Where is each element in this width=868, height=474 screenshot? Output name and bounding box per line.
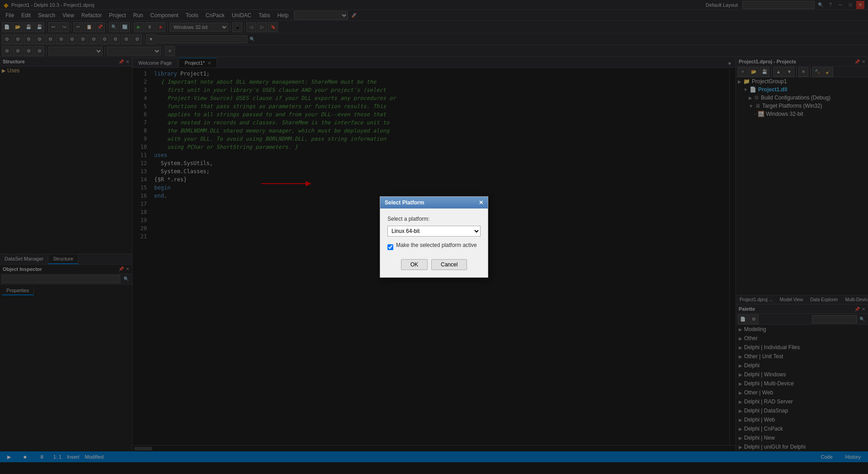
modal-overlay: Select Platform ✕ Select a platform: Win… [0,0,868,474]
modal-close-btn[interactable]: ✕ [479,199,483,206]
modal-title-bar: Select Platform ✕ [380,197,488,209]
modal-body: Select a platform: Win32 Win64 Linux 64-… [380,209,488,277]
make-active-label[interactable]: Make the selected platform active [396,242,477,248]
modal-checkbox-row: Make the selected platform active [387,242,481,252]
modal-platform-label: Select a platform: [387,216,481,222]
modal-title: Select Platform [385,199,424,206]
make-active-checkbox[interactable] [387,244,393,250]
modal-cancel-btn[interactable]: Cancel [431,259,467,270]
modal-ok-btn[interactable]: OK [401,259,428,270]
select-platform-dialog: Select Platform ✕ Select a platform: Win… [380,196,488,278]
modal-buttons: OK Cancel [387,259,481,270]
platform-dropdown[interactable]: Win32 Win64 Linux 64-bit macOS Android i… [387,226,481,237]
